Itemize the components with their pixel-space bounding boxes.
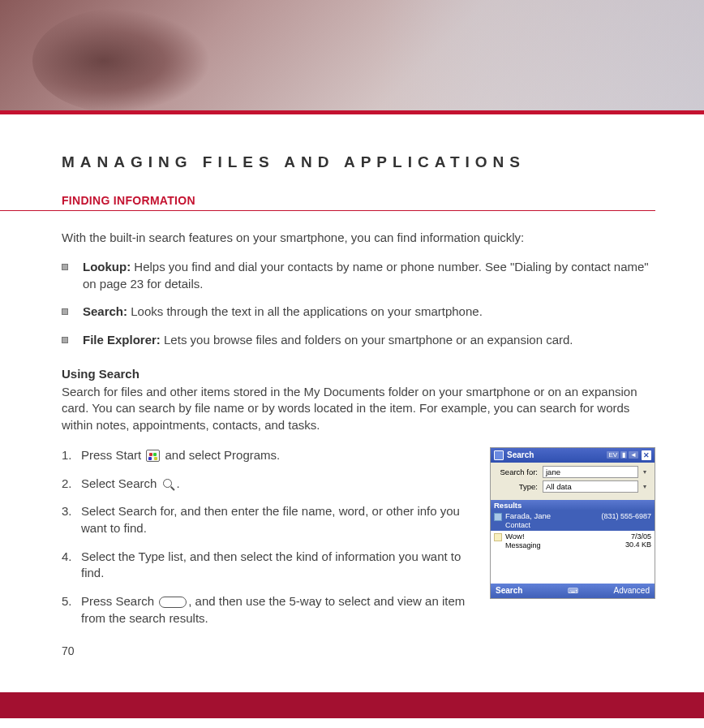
bullet-text: Helps you find and dial your contacts by… (83, 260, 649, 291)
step-text: Press Search (81, 594, 157, 608)
bullet-search: Search: Looks through the text in all th… (62, 304, 655, 321)
step-1: 1. Press Start and select Programs. (62, 447, 469, 464)
step-text: Press Start (81, 448, 144, 462)
bullet-fileexplorer: File Explorer: Lets you browse files and… (62, 332, 655, 349)
search-for-input[interactable]: jane (543, 466, 638, 478)
softkey-icon (159, 597, 187, 608)
page-number: 70 (62, 644, 655, 657)
softkey-left-search[interactable]: Search (496, 586, 566, 595)
step-text: . (177, 476, 180, 490)
contact-icon (494, 513, 502, 521)
speaker-icon: ◄ (629, 451, 638, 459)
results-header: Results (491, 500, 655, 510)
type-label: Type: (496, 482, 538, 491)
message-icon (494, 533, 502, 541)
result-row[interactable]: Wow! Messaging 7/3/05 30.4 KB (491, 531, 655, 551)
result-meta: 7/3/05 (625, 532, 651, 541)
step-text: Select Search for, and then enter the fi… (81, 504, 460, 535)
bullet-label: Search: (83, 304, 127, 318)
step-text: Select the Type list, and then select th… (81, 549, 461, 580)
ss-title-text: Search (507, 450, 603, 459)
ss-softkey-bar: Search ⌨ Advanced (491, 584, 655, 598)
result-name: Wow! (505, 532, 622, 541)
sub-paragraph: Search for files and other items stored … (62, 384, 655, 434)
hero-image (0, 0, 704, 110)
search-icon (162, 478, 175, 491)
result-sub: Messaging (505, 541, 622, 549)
bullet-text: Looks through the text in all the applic… (127, 304, 483, 318)
intro-paragraph: With the built-in search features on you… (62, 230, 655, 244)
signal-icon: ▮ (620, 451, 627, 459)
step-number: 4. (62, 549, 81, 582)
result-row-selected[interactable]: Farada, Jane Contact (831) 555-6987 (491, 510, 655, 531)
close-icon[interactable]: ✕ (642, 450, 651, 460)
ss-status-icons: EV ▮ ◄ (607, 451, 638, 459)
bullet-label: Lookup: (83, 260, 131, 274)
step-number: 2. (62, 476, 81, 493)
softkey-right-advanced[interactable]: Advanced (579, 586, 650, 595)
result-meta: (831) 555-6987 (601, 512, 651, 520)
device-screenshot: Search EV ▮ ◄ ✕ Search for: jane ▾ Type:… (490, 447, 655, 599)
step-2: 2. Select Search . (62, 476, 469, 493)
bullet-text: Lets you browse files and folders on you… (161, 333, 573, 347)
step-number: 3. (62, 503, 81, 536)
subheading: Using Search (62, 367, 655, 381)
ss-form: Search for: jane ▾ Type: All data ▾ (491, 463, 655, 500)
ss-titlebar: Search EV ▮ ◄ ✕ (491, 448, 655, 463)
square-bullet-icon (62, 337, 68, 343)
feature-bullets: Lookup: Helps you find and dial your con… (62, 259, 655, 349)
step-4: 4. Select the Type list, and then select… (62, 549, 469, 582)
square-bullet-icon (62, 264, 68, 270)
start-menu-icon[interactable] (494, 450, 504, 460)
sip-icon[interactable]: ⌨ (566, 587, 579, 595)
steps-list: 1. Press Start and select Programs. 2. S… (62, 447, 469, 639)
result-sub: Contact (505, 521, 598, 529)
bullet-lookup: Lookup: Helps you find and dial your con… (62, 259, 655, 292)
dropdown-icon[interactable]: ▾ (643, 468, 650, 476)
step-text: and select Programs. (161, 448, 280, 462)
footer-bar (0, 692, 704, 718)
bullet-label: File Explorer: (83, 333, 161, 347)
step-number: 1. (62, 447, 81, 464)
step-number: 5. (62, 593, 81, 627)
step-5: 5. Press Search , and then use the 5-way… (62, 593, 469, 627)
result-meta: 30.4 KB (625, 541, 651, 549)
page-title: MANAGING FILES AND APPLICATIONS (62, 153, 655, 171)
type-select[interactable]: All data (543, 480, 638, 493)
square-bullet-icon (62, 308, 68, 315)
section-heading: FINDING INFORMATION (62, 194, 655, 207)
search-for-label: Search for: (496, 467, 538, 476)
results-list: Farada, Jane Contact (831) 555-6987 Wow!… (491, 510, 655, 584)
start-icon (146, 450, 160, 462)
step-3: 3. Select Search for, and then enter the… (62, 503, 469, 536)
dropdown-icon[interactable]: ▾ (643, 483, 650, 490)
step-text: Select Search (81, 476, 161, 490)
result-name: Farada, Jane (505, 512, 598, 521)
ev-icon: EV (607, 451, 619, 459)
